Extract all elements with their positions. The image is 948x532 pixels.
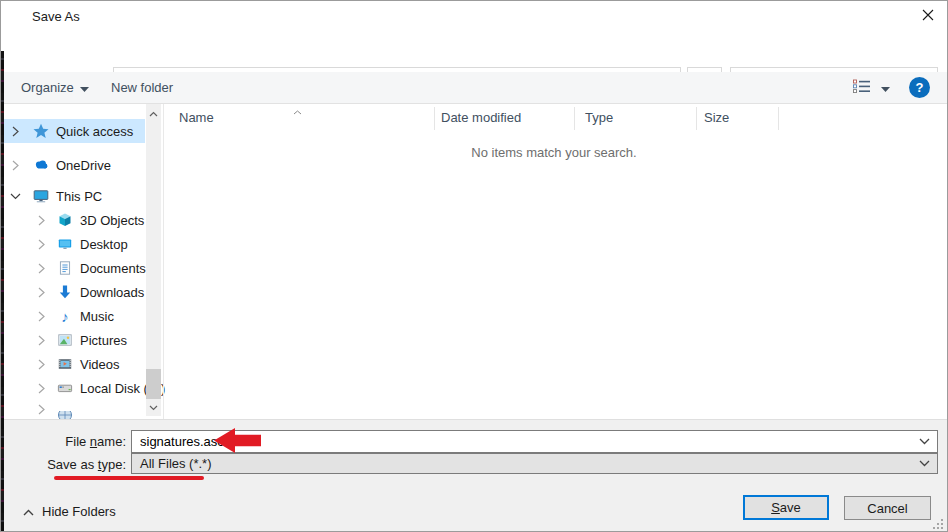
save-as-type-label: Save as type: — [6, 457, 126, 472]
sidebar-item-network-partial[interactable] — [1, 400, 145, 419]
new-folder-label: New folder — [111, 80, 173, 95]
chevron-right-icon[interactable] — [9, 125, 21, 137]
sidebar-item-label: Documents — [80, 261, 146, 276]
sidebar-item-downloads[interactable]: Downloads — [1, 280, 145, 304]
background-edge-artifact — [1, 51, 4, 532]
local-disk-icon — [57, 380, 73, 396]
help-icon: ? — [916, 80, 924, 95]
chevron-right-icon[interactable] — [35, 310, 47, 322]
sidebar-item-local-disk-c[interactable]: Local Disk (C:) — [1, 376, 145, 400]
chevron-right-icon[interactable] — [35, 382, 47, 394]
sort-ascending-icon — [293, 103, 302, 118]
save-label: Save — [771, 500, 801, 515]
sidebar-item-label: Downloads — [80, 285, 144, 300]
hide-folders-label: Hide Folders — [42, 504, 116, 519]
this-pc-monitor-icon — [33, 188, 49, 204]
chevron-right-icon[interactable] — [35, 404, 47, 416]
column-divider[interactable] — [778, 107, 779, 130]
music-note-icon: ♪ — [57, 308, 73, 324]
sidebar-item-videos[interactable]: Videos — [1, 352, 145, 376]
organize-button[interactable]: Organize — [13, 72, 97, 103]
sidebar-item-label: This PC — [56, 189, 102, 204]
documents-icon — [57, 260, 73, 276]
column-divider[interactable] — [434, 107, 435, 130]
chevron-down-icon[interactable] — [919, 460, 930, 467]
file-name-label: File name: — [6, 434, 126, 449]
caret-down-icon — [881, 80, 890, 95]
caret-down-icon — [80, 80, 89, 95]
quick-access-star-icon — [33, 123, 49, 139]
column-divider[interactable] — [574, 107, 575, 130]
sidebar-item-label: Desktop — [80, 237, 128, 252]
chevron-right-icon[interactable] — [35, 238, 47, 250]
column-header-type[interactable]: Type — [585, 110, 613, 125]
new-folder-button[interactable]: New folder — [103, 72, 181, 103]
resize-grip[interactable] — [931, 519, 945, 531]
column-header-name[interactable]: Name — [179, 110, 214, 125]
close-button[interactable] — [907, 1, 948, 31]
sidebar-item-this-pc[interactable]: This PC — [1, 184, 145, 208]
chevron-up-icon — [23, 504, 34, 519]
cancel-label: Cancel — [867, 501, 907, 516]
chevron-right-icon[interactable] — [35, 286, 47, 298]
title-bar: Save As — [1, 1, 948, 31]
empty-list-message: No items match your search. — [404, 145, 704, 160]
sidebar-item-quick-access[interactable]: Quick access — [1, 119, 145, 143]
hide-folders-button[interactable]: Hide Folders — [15, 499, 124, 523]
chevron-down-icon[interactable] — [919, 438, 930, 445]
sidebar-item-label: Quick access — [56, 124, 133, 139]
chevron-right-icon[interactable] — [35, 262, 47, 274]
chevron-down-icon[interactable] — [9, 190, 21, 202]
details-view-icon — [853, 79, 871, 96]
chevron-right-icon[interactable] — [9, 159, 21, 171]
save-as-type-value: All Files (*.*) — [140, 456, 212, 471]
sidebar-item-music[interactable]: ♪ Music — [1, 304, 145, 328]
sidebar-item-onedrive[interactable]: OneDrive — [1, 153, 145, 177]
save-button[interactable]: Save — [743, 495, 829, 520]
3d-objects-cube-icon — [57, 212, 73, 228]
sidebar-item-documents[interactable]: Documents — [1, 256, 145, 280]
help-button[interactable]: ? — [909, 77, 930, 98]
cancel-button[interactable]: Cancel — [844, 496, 931, 520]
sidebar-item-label: 3D Objects — [80, 213, 144, 228]
sidebar-item-label: OneDrive — [56, 158, 111, 173]
chevron-right-icon[interactable] — [35, 214, 47, 226]
close-icon — [922, 9, 934, 24]
save-as-dialog: Save As This PC Desktop — [0, 0, 948, 532]
downloads-arrow-icon — [57, 284, 73, 300]
network-globe-icon — [57, 411, 73, 419]
sidebar-item-label: Videos — [80, 357, 120, 372]
videos-film-icon — [57, 356, 73, 372]
column-divider[interactable] — [696, 107, 697, 130]
sidebar-divider — [163, 104, 164, 419]
save-as-type-combobox[interactable]: All Files (*.*) — [131, 453, 938, 474]
sidebar-item-desktop[interactable]: Desktop — [1, 232, 145, 256]
chevron-right-icon[interactable] — [35, 358, 47, 370]
view-options-caret-button[interactable] — [873, 72, 898, 103]
sidebar-item-3d-objects[interactable]: 3D Objects — [1, 208, 145, 232]
navigation-bar: This PC Desktop ColdCard Seed XOR CC Fir… — [1, 31, 948, 72]
command-toolbar: Organize New folder ? — [1, 72, 948, 104]
sidebar-item-label: Music — [80, 309, 114, 324]
dialog-title: Save As — [32, 9, 80, 24]
onedrive-cloud-icon — [33, 157, 49, 173]
sidebar-item-label: Pictures — [80, 333, 127, 348]
desktop-icon — [57, 236, 73, 252]
column-header-size[interactable]: Size — [704, 110, 729, 125]
file-name-input[interactable] — [131, 430, 938, 453]
chevron-right-icon[interactable] — [35, 334, 47, 346]
column-header-date-modified[interactable]: Date modified — [441, 110, 521, 125]
organize-label: Organize — [21, 80, 74, 95]
scrollbar-thumb[interactable] — [146, 369, 161, 399]
sidebar-item-pictures[interactable]: Pictures — [1, 328, 145, 352]
pictures-icon — [57, 332, 73, 348]
scroll-down-button[interactable] — [146, 400, 161, 415]
scroll-up-button[interactable] — [146, 106, 161, 121]
